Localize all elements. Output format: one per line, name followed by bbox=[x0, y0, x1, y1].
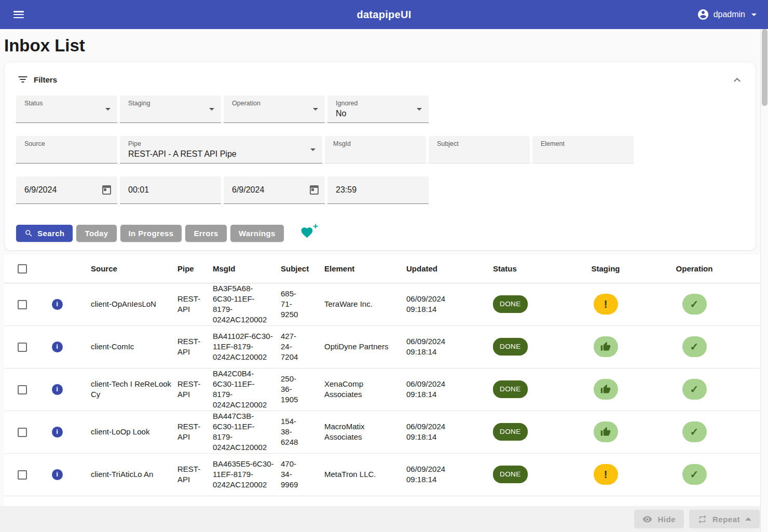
repeat-button-label: Repeat bbox=[712, 515, 740, 524]
info-icon[interactable] bbox=[52, 427, 63, 438]
column-header-operation: Operation bbox=[629, 255, 760, 283]
table-row: client-Tech I ReReLook Cy REST-API BA42C… bbox=[4, 368, 760, 411]
dropdown-arrow-icon bbox=[209, 108, 214, 111]
repeat-button[interactable]: Repeat bbox=[689, 510, 760, 528]
operation-check-icon[interactable] bbox=[682, 294, 707, 315]
msgid-input[interactable]: MsgId bbox=[325, 136, 426, 163]
staging-warning-icon[interactable] bbox=[594, 464, 618, 485]
element-label: Element bbox=[541, 140, 565, 147]
info-icon[interactable] bbox=[52, 342, 63, 352]
row-pipe: REST-API bbox=[177, 465, 200, 484]
app-bar: datapipeUI dpadmin bbox=[0, 0, 768, 29]
row-subject: 470-34-9969 bbox=[281, 459, 298, 489]
date-to-input[interactable]: 6/9/2024 bbox=[224, 176, 325, 204]
row-updated: 06/09/2024 09:18:14 bbox=[406, 465, 445, 484]
info-icon[interactable] bbox=[52, 384, 63, 395]
hide-button-label: Hide bbox=[657, 515, 676, 524]
row-updated: 06/09/2024 09:18:14 bbox=[406, 379, 445, 399]
search-button[interactable]: Search bbox=[16, 225, 73, 242]
in-progress-button-label: In Progress bbox=[129, 229, 174, 238]
column-header-source: Source bbox=[81, 255, 177, 283]
operation-check-icon[interactable] bbox=[682, 379, 707, 400]
row-element: MetaTron LLC. bbox=[324, 470, 376, 479]
inbox-table: Source Pipe MsgId Subject Element Update… bbox=[4, 255, 764, 508]
chevron-up-icon bbox=[745, 517, 751, 521]
staging-label: Staging bbox=[128, 100, 150, 107]
msgid-label: MsgId bbox=[333, 140, 351, 147]
column-header-element: Element bbox=[324, 255, 403, 283]
table-row: client-TriAticLo An REST-API BA4635E5-6C… bbox=[4, 453, 760, 496]
row-element: OptiDyne Partners bbox=[324, 342, 388, 351]
today-button[interactable]: Today bbox=[76, 225, 116, 242]
status-label: Status bbox=[24, 100, 43, 107]
row-subject: 250-36-1905 bbox=[281, 374, 298, 404]
app-title: datapipeUI bbox=[0, 9, 768, 21]
ignored-select[interactable]: Ignored No bbox=[327, 96, 429, 123]
operation-check-icon[interactable] bbox=[682, 336, 707, 357]
time-to-value: 23:59 bbox=[336, 185, 356, 195]
row-checkbox[interactable] bbox=[18, 385, 27, 394]
row-checkbox[interactable] bbox=[18, 343, 27, 352]
calendar-icon[interactable] bbox=[102, 185, 111, 195]
table-row: client-OpAnIesLoN REST-API BA3F5A68-6C30… bbox=[4, 283, 760, 325]
in-progress-button[interactable]: In Progress bbox=[120, 225, 182, 242]
subject-label: Subject bbox=[437, 140, 459, 147]
source-label: Source bbox=[24, 140, 45, 147]
collapse-filters-button[interactable] bbox=[731, 73, 743, 86]
row-pipe: REST-API bbox=[177, 422, 200, 441]
scrollbar-thumb[interactable] bbox=[762, 29, 767, 106]
operation-select[interactable]: Operation bbox=[224, 96, 325, 123]
warnings-button[interactable]: Warnings bbox=[230, 225, 284, 242]
user-menu[interactable]: dpadmin bbox=[697, 8, 757, 21]
operation-check-icon[interactable] bbox=[682, 464, 707, 485]
status-badge: DONE bbox=[493, 466, 528, 483]
staging-thumbs-up-icon[interactable] bbox=[594, 421, 618, 442]
time-to-input[interactable]: 23:59 bbox=[327, 176, 429, 204]
hide-button[interactable]: Hide bbox=[634, 510, 684, 528]
staging-thumbs-up-icon[interactable] bbox=[594, 336, 618, 357]
subject-input[interactable]: Subject bbox=[429, 136, 530, 163]
chevron-down-icon bbox=[751, 13, 757, 16]
errors-button-label: Errors bbox=[194, 229, 218, 238]
status-badge: DONE bbox=[493, 380, 528, 398]
element-input[interactable]: Element bbox=[532, 136, 634, 163]
dropdown-arrow-icon bbox=[310, 148, 316, 151]
row-msgid: BA42C0B4-6C30-11EF-8179-0242AC120002 bbox=[213, 369, 267, 409]
status-select[interactable]: Status bbox=[16, 96, 117, 123]
filter-icon bbox=[18, 76, 27, 83]
date-from-input[interactable]: 6/9/2024 bbox=[16, 176, 117, 204]
row-pipe: REST-API bbox=[177, 379, 200, 399]
calendar-icon[interactable] bbox=[310, 185, 319, 195]
dropdown-arrow-icon bbox=[105, 108, 111, 111]
staging-select[interactable]: Staging bbox=[120, 96, 221, 123]
pipe-label: Pipe bbox=[128, 140, 141, 147]
row-element: TeraWare Inc. bbox=[324, 299, 373, 308]
add-favorite-button[interactable] bbox=[300, 226, 314, 241]
status-badge: DONE bbox=[493, 338, 528, 356]
dropdown-arrow-icon bbox=[417, 108, 422, 111]
footer-bar: Hide Repeat bbox=[0, 506, 768, 532]
date-from-value: 6/9/2024 bbox=[24, 185, 57, 195]
row-updated: 06/09/2024 09:18:14 bbox=[406, 337, 445, 356]
staging-warning-icon[interactable] bbox=[594, 294, 618, 315]
search-button-label: Search bbox=[37, 229, 64, 238]
repeat-icon bbox=[697, 514, 707, 524]
select-all-checkbox[interactable] bbox=[18, 264, 27, 274]
ignored-label: Ignored bbox=[336, 100, 358, 107]
staging-thumbs-up-icon[interactable] bbox=[594, 379, 618, 400]
status-badge: DONE bbox=[493, 423, 528, 441]
row-checkbox[interactable] bbox=[18, 470, 27, 480]
ignored-value: No bbox=[336, 109, 346, 118]
info-icon[interactable] bbox=[52, 299, 63, 310]
time-from-input[interactable]: 00:01 bbox=[120, 176, 221, 204]
errors-button[interactable]: Errors bbox=[185, 225, 226, 242]
row-pipe: REST-API bbox=[177, 337, 200, 356]
info-icon[interactable] bbox=[52, 469, 63, 480]
row-checkbox[interactable] bbox=[18, 300, 27, 309]
pipe-select[interactable]: Pipe REST-API - A REST API Pipe bbox=[120, 136, 322, 163]
row-checkbox[interactable] bbox=[18, 428, 27, 437]
source-input[interactable]: Source bbox=[16, 136, 117, 163]
filters-panel: Filters Status Staging Operation Ignored… bbox=[4, 62, 756, 251]
row-pipe: REST-API bbox=[177, 294, 200, 313]
operation-check-icon[interactable] bbox=[682, 421, 707, 442]
